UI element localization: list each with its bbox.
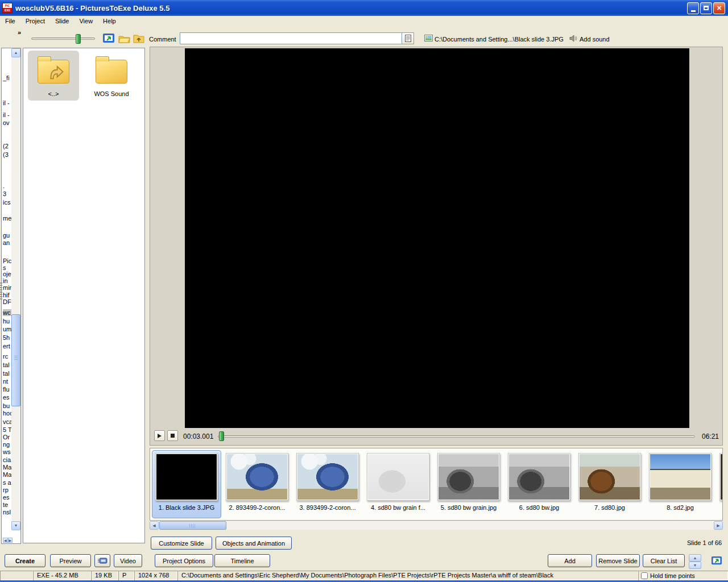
remove-slide-button[interactable]: Remove Slide: [596, 554, 640, 567]
scroll-left-arrow[interactable]: ◀: [150, 521, 159, 530]
add-sound-label[interactable]: Add sound: [580, 36, 610, 43]
tree-item[interactable]: s a: [3, 479, 11, 486]
tree-item[interactable]: flu: [3, 386, 10, 393]
tree-item[interactable]: ng: [3, 441, 10, 448]
fullscreen-toggle-button[interactable]: [711, 556, 722, 566]
slide-thumbnail-4[interactable]: 4. sd80 bw grain f...: [363, 450, 433, 518]
preview-button[interactable]: Preview: [50, 554, 91, 567]
tree-item[interactable]: cia: [3, 456, 11, 463]
menu-item-help[interactable]: Help: [98, 16, 121, 26]
tree-item[interactable]: gu: [3, 232, 10, 239]
menu-item-view[interactable]: View: [74, 16, 98, 26]
scroll-up-arrow[interactable]: ▲: [11, 48, 20, 57]
tree-item[interactable]: tal: [3, 370, 10, 377]
tree-item[interactable]: oje: [3, 271, 11, 277]
comment-template-button[interactable]: [402, 32, 414, 44]
customize-slide-button[interactable]: Customize Slide: [151, 537, 212, 550]
tree-item[interactable]: Or: [3, 434, 10, 440]
tree-item[interactable]: bu: [3, 402, 10, 409]
project-options-button[interactable]: Project Options: [155, 554, 213, 567]
tree-item[interactable]: te: [3, 501, 8, 508]
tree-item[interactable]: ov: [3, 119, 10, 126]
tree-item[interactable]: nsl: [3, 509, 11, 516]
folder-up-item[interactable]: <..>: [28, 51, 79, 101]
tree-item[interactable]: 5 T: [3, 426, 12, 433]
tree-item[interactable]: (2: [3, 143, 9, 149]
panel-splitter-grip[interactable]: [0, 282, 2, 300]
slide-thumbnail-3[interactable]: 3. 893499-2-coron...: [293, 450, 362, 518]
slide-thumbnail-5[interactable]: 5. sd80 bw grain.jpg: [434, 450, 503, 518]
scroll-right-arrow[interactable]: ▶: [714, 521, 723, 530]
timeline-button[interactable]: Timeline: [214, 554, 270, 567]
tree-item[interactable]: hif: [3, 292, 10, 298]
slide-list-scrollbar[interactable]: ◀ ▶: [150, 521, 723, 530]
restore-button[interactable]: [700, 2, 712, 14]
tree-item[interactable]: Pic: [3, 257, 11, 264]
clear-list-button[interactable]: Clear List: [643, 554, 685, 567]
menu-item-slide[interactable]: Slide: [50, 16, 74, 26]
folder-up-button[interactable]: [132, 32, 146, 45]
scroll-down-arrow[interactable]: ▼: [11, 521, 20, 530]
slide-thumbnail-8[interactable]: 8. sd2.jpg: [646, 450, 715, 518]
spin-down-button[interactable]: ▼: [689, 562, 701, 569]
tree-item[interactable]: mir: [3, 284, 11, 291]
stop-button[interactable]: [167, 430, 178, 441]
thumbnail-label: 6. sd80 bw.jpg: [519, 504, 559, 511]
tree-item[interactable]: ws: [3, 448, 10, 455]
tree-item[interactable]: DF: [3, 298, 11, 305]
tree-item[interactable]: es: [3, 494, 10, 501]
close-button[interactable]: ✕: [713, 2, 725, 14]
tree-item[interactable]: il -: [3, 99, 10, 106]
minimize-button[interactable]: [687, 2, 699, 14]
tree-item[interactable]: ert: [3, 343, 10, 350]
seek-slider[interactable]: [218, 435, 695, 438]
objects-and-animation-button[interactable]: Objects and Animation: [216, 537, 292, 550]
tree-item[interactable]: es: [3, 394, 10, 401]
hold-time-points-checkbox[interactable]: [641, 572, 648, 579]
open-folder-button[interactable]: [118, 32, 131, 45]
add-button[interactable]: Add: [548, 554, 592, 567]
zoom-slider-thumb[interactable]: [76, 34, 81, 44]
scrollbar-thumb[interactable]: [159, 521, 226, 530]
folder-item-wos-sound[interactable]: WOS Sound: [86, 51, 137, 101]
slide-thumbnail-2[interactable]: 2. 893499-2-coron...: [222, 450, 292, 518]
slide-thumbnail-7[interactable]: 7. sd80.jpg: [575, 450, 644, 518]
scrollbar-thumb[interactable]: [11, 314, 20, 406]
comment-input[interactable]: [180, 32, 403, 44]
tree-item[interactable]: il -: [3, 111, 10, 118]
quick-preview-button[interactable]: [94, 554, 110, 567]
tree-item[interactable]: ics: [3, 199, 10, 206]
tree-item[interactable]: um: [3, 326, 11, 332]
tree-item[interactable]: 3: [3, 190, 6, 197]
tree-item[interactable]: me: [3, 215, 11, 222]
slide-thumbnail-9[interactable]: [716, 450, 723, 518]
play-button[interactable]: [154, 430, 165, 441]
video-button[interactable]: Video: [114, 554, 142, 567]
scroll-right-arrow[interactable]: ▶: [8, 538, 13, 543]
scroll-left-arrow[interactable]: ◀: [3, 538, 8, 543]
fullscreen-preview-button[interactable]: [102, 32, 115, 45]
tree-item[interactable]: in: [3, 277, 8, 284]
tree-item[interactable]: an: [3, 239, 10, 246]
tree-item[interactable]: hu: [3, 318, 10, 325]
slide-thumbnail-1[interactable]: 1. Black slide 3.JPG: [152, 450, 221, 518]
tree-item[interactable]: rc: [3, 353, 8, 360]
zoom-slider[interactable]: [31, 38, 95, 40]
slide-thumbnail-6[interactable]: 6. sd80 bw.jpg: [504, 450, 574, 518]
tree-vertical-scrollbar[interactable]: ▲ ▼: [11, 48, 20, 530]
spin-up-button[interactable]: ▲: [689, 554, 701, 562]
tree-item[interactable]: .: [3, 182, 5, 189]
tree-item[interactable]: tal: [3, 361, 10, 368]
menu-item-file[interactable]: File: [0, 16, 20, 26]
toolbar-overflow-chevron[interactable]: »: [18, 29, 21, 36]
tree-item[interactable]: nt: [3, 378, 8, 385]
tree-item[interactable]: (3: [3, 151, 9, 158]
menu-item-project[interactable]: Project: [20, 16, 50, 26]
tree-horizontal-scrollbar[interactable]: ◀▶: [3, 538, 13, 543]
tree-item[interactable]: rp: [3, 487, 9, 493]
seek-slider-thumb[interactable]: [219, 431, 224, 441]
create-button[interactable]: Create: [5, 554, 46, 567]
tree-item[interactable]: _fi: [3, 74, 10, 81]
document-icon: [405, 35, 411, 42]
tree-item[interactable]: 5h: [3, 334, 10, 341]
